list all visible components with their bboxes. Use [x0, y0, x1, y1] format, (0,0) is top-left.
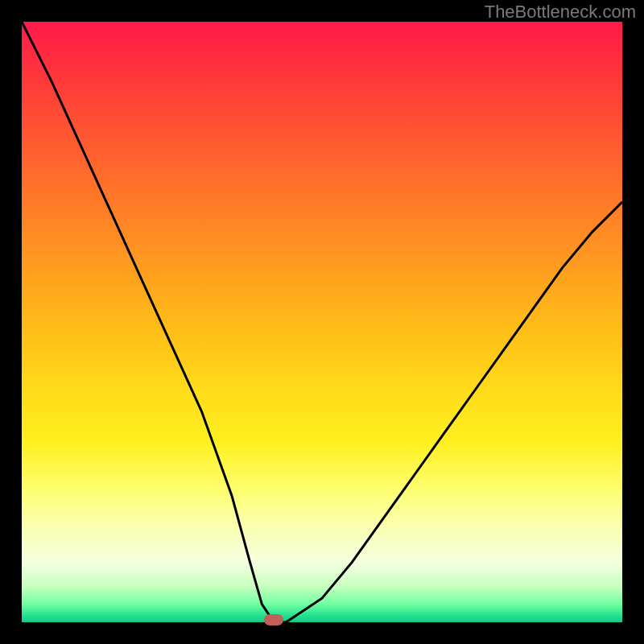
- optimal-point-marker: [264, 614, 283, 625]
- bottleneck-curve: [22, 22, 622, 622]
- watermark-text: TheBottleneck.com: [485, 2, 636, 23]
- chart-container: TheBottleneck.com: [0, 0, 644, 644]
